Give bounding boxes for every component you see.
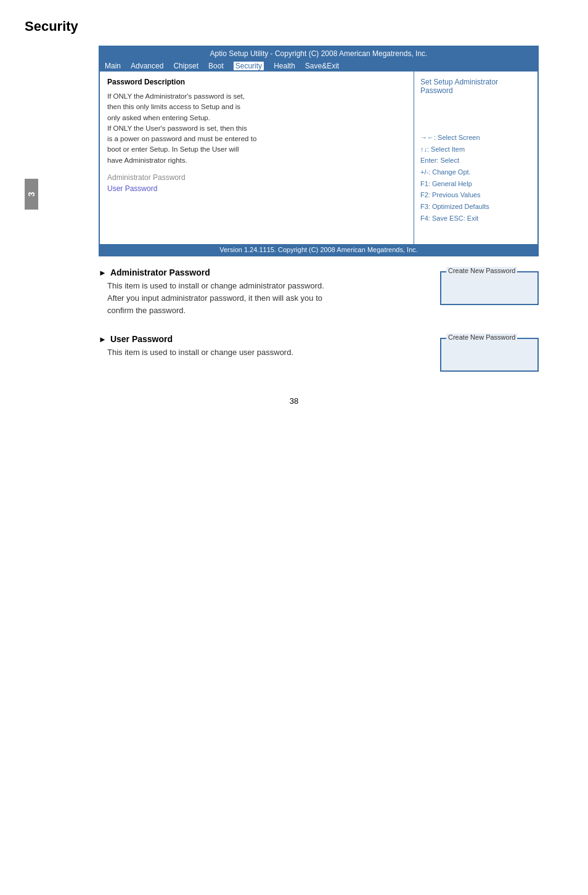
menu-item-saveexit[interactable]: Save&Exit: [305, 62, 339, 70]
admin-password-content: ► Administrator Password This item is us…: [99, 268, 434, 323]
admin-create-password-box-wrapper: Create New Password: [434, 268, 539, 323]
bios-left-panel: Password Description If ONLY the Adminis…: [100, 72, 414, 244]
menu-item-health[interactable]: Health: [274, 62, 295, 70]
admin-password-description: This item is used to install or change a…: [107, 280, 434, 317]
admin-arrow-icon: ►: [99, 268, 107, 277]
page-number: 38: [25, 396, 563, 406]
menu-item-boot[interactable]: Boot: [208, 62, 224, 70]
user-arrow-icon: ►: [99, 335, 107, 344]
menu-item-advanced[interactable]: Advanced: [131, 62, 163, 70]
menu-item-security[interactable]: Security: [234, 62, 264, 70]
bios-content: Password Description If ONLY the Adminis…: [100, 72, 537, 244]
admin-password-heading: ► Administrator Password: [99, 268, 434, 277]
bios-right-panel: Set Setup Administrator Password →←: Sel…: [414, 72, 537, 244]
menu-item-main[interactable]: Main: [105, 62, 121, 70]
user-create-password-box[interactable]: Create New Password: [440, 338, 539, 372]
bios-menubar: Main Advanced Chipset Boot Security Heal…: [100, 60, 537, 72]
admin-create-password-box[interactable]: Create New Password: [440, 271, 539, 305]
user-password-heading: ► User Password: [99, 334, 434, 344]
password-description: If ONLY the Administrator's password is …: [107, 91, 406, 166]
set-password-label: Set Setup Administrator Password: [420, 78, 531, 95]
bios-screenshot: Aptio Setup Utility - Copyright (C) 2008…: [25, 46, 563, 256]
user-password-content: ► User Password This item is used to ins…: [99, 334, 434, 372]
bios-header: Aptio Setup Utility - Copyright (C) 2008…: [100, 47, 537, 60]
bios-footer: Version 1.24.1115. Copyright (C) 2008 Am…: [100, 244, 537, 255]
password-description-title: Password Description: [107, 78, 406, 86]
bios-nav-help: →←: Select Screen ↑↓: Select Item Enter:…: [420, 132, 531, 224]
admin-password-link[interactable]: Administrator Password: [107, 173, 406, 182]
sections-below: ► Administrator Password This item is us…: [99, 268, 539, 372]
user-create-password-label: Create New Password: [446, 333, 517, 341]
user-create-password-box-wrapper: Create New Password: [434, 334, 539, 372]
user-password-link[interactable]: User Password: [107, 184, 406, 193]
admin-password-section: ► Administrator Password This item is us…: [99, 268, 539, 323]
page-title: Security: [25, 18, 563, 35]
user-password-section: ► User Password This item is used to ins…: [99, 334, 539, 372]
user-password-description: This item is used to install or change u…: [107, 346, 434, 359]
menu-item-chipset[interactable]: Chipset: [173, 62, 198, 70]
admin-create-password-label: Create New Password: [446, 267, 517, 274]
bios-container: Aptio Setup Utility - Copyright (C) 2008…: [99, 46, 539, 256]
